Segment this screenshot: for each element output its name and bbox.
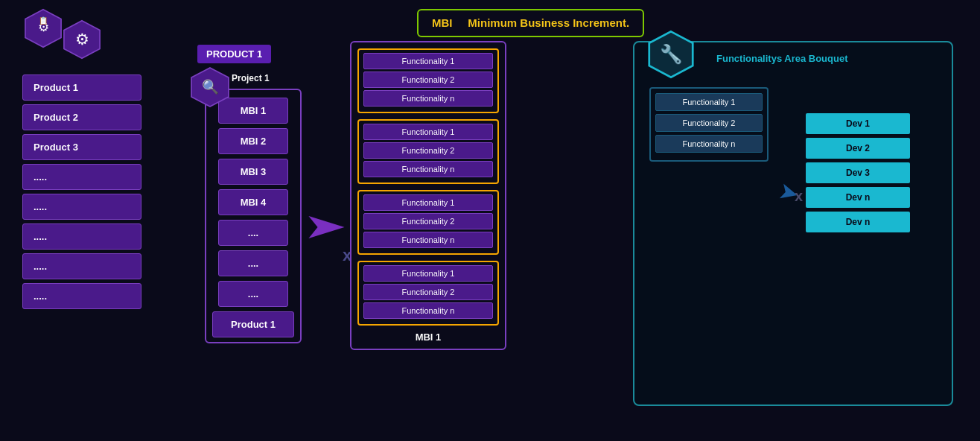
list-item: ..... — [22, 223, 141, 250]
dev-item: Dev n — [806, 187, 910, 208]
inner-func-item: Functionality n — [655, 135, 763, 153]
legend-prefix: MBI — [432, 16, 453, 29]
multiply-symbol-right: x — [795, 188, 803, 205]
top-left-icon: ⚙ 📋 — [22, 7, 64, 52]
svg-text:📋: 📋 — [39, 16, 48, 25]
func-item: Functionality 1 — [363, 53, 493, 69]
legend-description: Minimum Business Increment. — [468, 16, 629, 29]
func-box-footer: MBI 1 — [357, 331, 499, 343]
list-item: Product 1 — [22, 74, 141, 101]
func-group-1: Functionality 1 Functionality 2 Function… — [357, 48, 499, 113]
func-group-4: Functionality 1 Functionality 2 Function… — [357, 261, 499, 326]
inner-func-box: Functionality 1 Functionality 2 Function… — [649, 87, 769, 162]
dev-item: Dev n — [806, 212, 910, 232]
functionality-outer-box: Functionality 1 Functionality 2 Function… — [350, 41, 506, 350]
mbi-item: MBI 4 — [218, 189, 288, 215]
func-group-3: Functionality 1 Functionality 2 Function… — [357, 190, 499, 255]
mbi-item: MBI 3 — [218, 159, 288, 185]
list-item: Product 3 — [22, 134, 141, 160]
func-item: Functionality 2 — [363, 142, 493, 159]
mbi-item: .... — [218, 220, 288, 246]
product-list-hex-icon: ⚙ — [61, 19, 103, 63]
right-area: 🔧 Functionalitys Area Bouquet Functional… — [633, 41, 953, 406]
right-area-hex-icon: 🔧 — [646, 29, 696, 83]
mbi-column-wrapper: PRODUCT 1 🔍 Project 1 MBI 1 MBI 2 MBI 3 … — [197, 45, 302, 343]
list-item: ..... — [22, 194, 141, 220]
func-item: Functionality 2 — [363, 284, 493, 300]
func-item: Functionality n — [363, 302, 493, 319]
project1-label: Project 1 — [232, 73, 270, 83]
func-item: Functionality 1 — [363, 194, 493, 211]
mbi-item-footer: Product 1 — [212, 311, 294, 337]
inner-func-item: Functionality 2 — [655, 114, 763, 132]
func-item: Functionality 1 — [363, 265, 493, 282]
list-item: ..... — [22, 164, 141, 190]
func-item: Functionality 1 — [363, 124, 493, 140]
func-item: Functionality 2 — [363, 72, 493, 88]
func-item: Functionality 2 — [363, 213, 493, 229]
product1-header: PRODUCT 1 — [197, 45, 271, 63]
dev-item: Dev 1 — [806, 113, 910, 134]
list-item: ..... — [22, 283, 141, 309]
mbi-item: .... — [218, 281, 288, 307]
project1-hex: 🔍 Project 1 — [188, 66, 232, 112]
svg-text:⚙: ⚙ — [75, 31, 89, 48]
inner-func-item: Functionality 1 — [655, 93, 763, 111]
dev-list: Dev 1 Dev 2 Dev 3 Dev n Dev n — [806, 113, 910, 236]
func-item: Functionality n — [363, 232, 493, 248]
svg-text:🔧: 🔧 — [660, 43, 683, 66]
list-item: ..... — [22, 253, 141, 279]
legend-text: MBI Minimum Business Increment. — [432, 16, 629, 29]
product-list: ⚙ Product 1 Product 2 Product 3 ..... ..… — [22, 74, 141, 313]
func-group-2: Functionality 1 Functionality 2 Function… — [357, 119, 499, 184]
mbi-item: .... — [218, 250, 288, 276]
right-area-title: Functionalitys Area Bouquet — [716, 53, 847, 64]
dev-item: Dev 2 — [806, 138, 910, 159]
arrow-right-icon: ➤ — [305, 209, 344, 245]
mbi-item: MBI 2 — [218, 128, 288, 154]
list-item: Product 2 — [22, 104, 141, 130]
func-item: Functionality n — [363, 90, 493, 107]
dev-item: Dev 3 — [806, 162, 910, 183]
mbi-list-box: MBI 1 MBI 2 MBI 3 MBI 4 .... .... .... P… — [205, 89, 302, 343]
func-item: Functionality n — [363, 161, 493, 177]
legend-box: MBI Minimum Business Increment. — [417, 9, 644, 37]
svg-text:🔍: 🔍 — [202, 78, 220, 95]
